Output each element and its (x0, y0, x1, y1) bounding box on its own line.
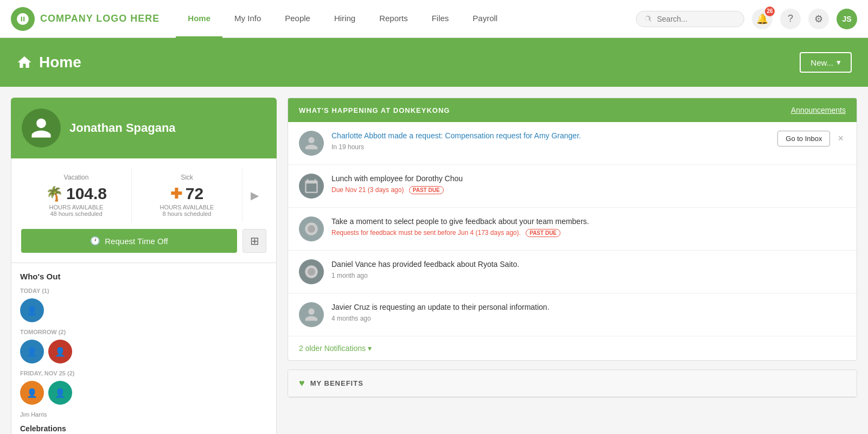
person-avatar-today-1: 👤 (20, 298, 44, 322)
notif-actions-1: Go to Inbox × (772, 131, 846, 146)
older-notifications-arrow: ▾ (368, 344, 372, 353)
logo-circle (11, 7, 35, 31)
person-avatar-tomorrow-1: 👤 (20, 340, 44, 363)
notif-title-5: Javier Cruz is requesting an update to t… (331, 302, 846, 313)
notification-item-3: Take a moment to select people to give f… (288, 208, 857, 251)
time-off-card: Vacation 🌴 104.8 HOURS AVAILABLE 48 hour… (11, 158, 277, 263)
heart-icon: ♥ (299, 378, 305, 389)
nav-reports[interactable]: Reports (367, 0, 420, 38)
request-time-off-area: 🕐 Request Time Off ⊞ (21, 222, 266, 253)
notif-content-5: Javier Cruz is requesting an update to t… (331, 302, 846, 322)
nav-right: 🔔 26 ? ⚙ JS (636, 9, 857, 29)
whos-out-title: Who's Out (20, 272, 267, 281)
notifications-bell-button[interactable]: 🔔 26 (752, 9, 773, 29)
nav-links: Home My Info People Hiring Reports Files… (176, 0, 636, 38)
vacation-icon: 🌴 (46, 186, 63, 202)
time-off-grid: Vacation 🌴 104.8 HOURS AVAILABLE 48 hour… (21, 168, 266, 222)
notif-time-1: In 19 hours (331, 143, 764, 151)
notification-item-4: Daniel Vance has provided feedback about… (288, 251, 857, 293)
dropdown-arrow-icon: ▾ (837, 58, 841, 67)
main-content: Jonathan Spagana Vacation 🌴 104.8 HOURS … (0, 87, 868, 434)
notif-due-2: Due Nov 21 (3 days ago) PAST DUE (331, 186, 846, 194)
settings-button[interactable]: ⚙ (808, 9, 829, 29)
charlotte-avatar (299, 131, 324, 156)
left-panel: Jonathan Spagana Vacation 🌴 104.8 HOURS … (11, 98, 277, 434)
user-avatar-large (22, 108, 61, 148)
notification-item-1: Charlotte Abbott made a request: Compens… (288, 122, 857, 165)
person-avatar-tomorrow-2: 👤 (48, 340, 72, 363)
nav-home[interactable]: Home (176, 0, 222, 38)
hero-banner: Home New... ▾ (0, 38, 868, 87)
user-name: Jonathan Spagana (69, 121, 176, 135)
nav-people[interactable]: People (273, 0, 322, 38)
calendar-notif-avatar (299, 174, 324, 199)
my-benefits-header: ♥ MY BENEFITS (288, 370, 857, 397)
today-avatars: 👤 (20, 298, 267, 322)
svg-point-3 (308, 268, 315, 276)
svg-point-1 (308, 225, 315, 233)
my-benefits-title: MY BENEFITS (310, 379, 363, 387)
notif-content-3: Take a moment to select people to give f… (331, 216, 846, 237)
tomorrow-avatars: 👤 👤 (20, 340, 267, 363)
search-icon (644, 15, 653, 23)
whats-happening-card: WHAT'S HAPPENING AT DONKEYKONG Announcem… (288, 98, 857, 361)
daniel-notif-avatar (299, 259, 324, 284)
logo-area[interactable]: COMPANY LOGO HERE (11, 7, 159, 31)
nav-my-info[interactable]: My Info (222, 0, 273, 38)
person-avatar-friday-2: 👤 (48, 381, 72, 405)
go-to-inbox-button[interactable]: Go to Inbox (777, 131, 830, 146)
hero-title: Home (16, 54, 81, 71)
search-box[interactable] (636, 11, 744, 27)
announcements-link[interactable]: Announcements (791, 106, 846, 114)
my-benefits-card: ♥ MY BENEFITS (288, 369, 857, 398)
help-button[interactable]: ? (780, 9, 801, 29)
calendar-button[interactable]: ⊞ (242, 229, 266, 253)
nav-hiring[interactable]: Hiring (322, 0, 367, 38)
notif-content-2: Lunch with employee for Dorothy Chou Due… (331, 174, 846, 194)
notification-item-5: Javier Cruz is requesting an update to t… (288, 293, 857, 336)
notif-time-5: 4 months ago (331, 315, 846, 322)
tomorrow-label: TOMORROW (2) (20, 329, 267, 335)
friday-label: FRIDAY, NOV 25 (2) (20, 370, 267, 376)
whos-out-card: Who's Out TODAY (1) 👤 TOMORROW (2) 👤 👤 F… (11, 263, 277, 434)
home-icon (16, 54, 33, 71)
notif-due-3: Requests for feedback must be sent befor… (331, 229, 846, 237)
javier-notif-avatar (299, 302, 324, 327)
request-time-off-button[interactable]: 🕐 Request Time Off (21, 229, 237, 253)
top-nav: COMPANY LOGO HERE Home My Info People Hi… (0, 0, 868, 38)
friday-avatars: 👤 👤 (20, 381, 267, 405)
notif-title-4: Daniel Vance has provided feedback about… (331, 259, 846, 270)
older-notifications-link[interactable]: 2 older Notifications ▾ (288, 336, 857, 360)
user-icon (29, 116, 53, 140)
search-input[interactable] (657, 15, 736, 23)
whats-happening-title: WHAT'S HAPPENING AT DONKEYKONG (299, 106, 450, 114)
notif-content-4: Daniel Vance has provided feedback about… (331, 259, 846, 279)
past-due-badge-2: PAST DUE (409, 186, 444, 194)
person-avatar-friday-1: 👤 (20, 381, 44, 405)
clock-icon: 🕐 (90, 236, 100, 246)
celebrations-label: Celebrations (20, 424, 267, 433)
whats-happening-header: WHAT'S HAPPENING AT DONKEYKONG Announcem… (288, 98, 857, 122)
logo-text: COMPANY LOGO HERE (40, 13, 159, 24)
new-button[interactable]: New... ▾ (800, 52, 852, 73)
notification-count-badge: 26 (765, 7, 775, 16)
notif-title-1[interactable]: Charlotte Abbott made a request: Compens… (331, 131, 764, 142)
notification-item-2: Lunch with employee for Dorothy Chou Due… (288, 165, 857, 208)
feedback-notif-avatar-3 (299, 216, 324, 241)
nav-payroll[interactable]: Payroll (461, 0, 509, 38)
today-label: TODAY (1) (20, 288, 267, 294)
notif-title-2: Lunch with employee for Dorothy Chou (331, 174, 846, 184)
more-time-off-arrow[interactable]: ▶ (242, 168, 266, 222)
user-avatar-nav[interactable]: JS (837, 9, 857, 29)
notif-time-4: 1 month ago (331, 272, 846, 279)
right-panel: WHAT'S HAPPENING AT DONKEYKONG Announcem… (288, 98, 857, 398)
nav-files[interactable]: Files (420, 0, 461, 38)
close-notification-1-button[interactable]: × (835, 133, 846, 144)
past-due-badge-3: PAST DUE (526, 229, 560, 237)
user-card: Jonathan Spagana (11, 98, 277, 158)
calendar-icon: ⊞ (250, 234, 259, 247)
jim-harris-label: Jim Harris (20, 411, 267, 418)
notif-title-3: Take a moment to select people to give f… (331, 216, 846, 227)
sick-item: Sick ✚ 72 HOURS AVAILABLE 8 hours schedu… (132, 168, 242, 222)
sick-icon: ✚ (170, 186, 182, 202)
